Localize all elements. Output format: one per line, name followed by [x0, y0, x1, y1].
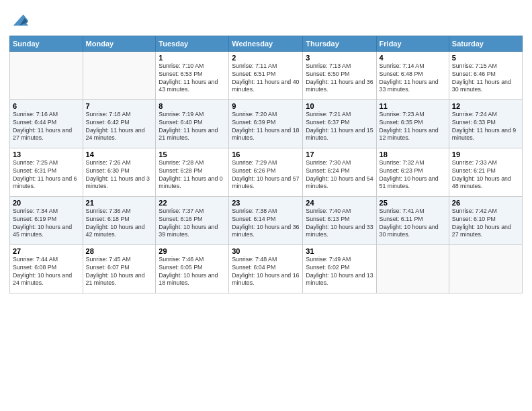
day-info: Sunrise: 7:10 AMSunset: 6:53 PMDaylight:… — [159, 62, 226, 95]
day-info: Sunrise: 7:40 AMSunset: 6:13 PMDaylight:… — [306, 208, 373, 240]
calendar-cell: 24Sunrise: 7:40 AMSunset: 6:13 PMDayligh… — [303, 196, 376, 244]
calendar-cell: 25Sunrise: 7:41 AMSunset: 6:11 PMDayligh… — [376, 196, 449, 244]
day-info: Sunrise: 7:49 AMSunset: 6:02 PMDaylight:… — [306, 256, 373, 288]
day-info: Sunrise: 7:19 AMSunset: 6:40 PMDaylight:… — [159, 111, 226, 143]
week-row-3: 20Sunrise: 7:34 AMSunset: 6:19 PMDayligh… — [10, 196, 523, 244]
day-number: 19 — [452, 150, 519, 158]
calendar-cell — [10, 51, 83, 99]
header-day-monday: Monday — [83, 36, 156, 51]
calendar-cell: 9Sunrise: 7:20 AMSunset: 6:39 PMDaylight… — [229, 99, 303, 148]
header-day-saturday: Saturday — [449, 36, 522, 51]
day-number: 12 — [452, 102, 519, 110]
day-info: Sunrise: 7:34 AMSunset: 6:19 PMDaylight:… — [13, 208, 80, 240]
day-info: Sunrise: 7:42 AMSunset: 6:10 PMDaylight:… — [452, 208, 519, 240]
day-info: Sunrise: 7:16 AMSunset: 6:44 PMDaylight:… — [13, 111, 80, 143]
day-number: 11 — [380, 102, 446, 110]
day-number: 6 — [13, 102, 80, 110]
header-day-thursday: Thursday — [303, 36, 376, 51]
day-number: 26 — [452, 199, 519, 207]
week-row-1: 6Sunrise: 7:16 AMSunset: 6:44 PMDaylight… — [10, 99, 523, 148]
day-number: 20 — [13, 199, 80, 207]
calendar: SundayMondayTuesdayWednesdayThursdayFrid… — [9, 36, 523, 293]
day-number: 5 — [452, 54, 519, 62]
calendar-cell: 7Sunrise: 7:18 AMSunset: 6:42 PMDaylight… — [83, 99, 156, 148]
page: SundayMondayTuesdayWednesdayThursdayFrid… — [0, 0, 532, 300]
calendar-cell: 22Sunrise: 7:37 AMSunset: 6:16 PMDayligh… — [156, 196, 229, 244]
day-info: Sunrise: 7:14 AMSunset: 6:48 PMDaylight:… — [380, 62, 446, 95]
day-info: Sunrise: 7:11 AMSunset: 6:51 PMDaylight:… — [232, 62, 300, 95]
calendar-cell: 16Sunrise: 7:29 AMSunset: 6:26 PMDayligh… — [229, 148, 303, 196]
day-info: Sunrise: 7:32 AMSunset: 6:23 PMDaylight:… — [380, 159, 446, 191]
day-info: Sunrise: 7:48 AMSunset: 6:04 PMDaylight:… — [232, 256, 300, 288]
day-number: 8 — [159, 102, 226, 110]
calendar-cell: 31Sunrise: 7:49 AMSunset: 6:02 PMDayligh… — [303, 244, 376, 293]
header-day-wednesday: Wednesday — [229, 36, 303, 51]
day-number: 14 — [86, 150, 153, 158]
calendar-cell: 23Sunrise: 7:38 AMSunset: 6:14 PMDayligh… — [229, 196, 303, 244]
calendar-cell: 2Sunrise: 7:11 AMSunset: 6:51 PMDaylight… — [229, 51, 303, 99]
header-day-friday: Friday — [376, 36, 449, 51]
logo — [9, 9, 30, 32]
day-info: Sunrise: 7:36 AMSunset: 6:18 PMDaylight:… — [86, 208, 153, 240]
day-info: Sunrise: 7:24 AMSunset: 6:33 PMDaylight:… — [452, 111, 519, 143]
day-number: 30 — [232, 247, 300, 255]
calendar-cell: 13Sunrise: 7:25 AMSunset: 6:31 PMDayligh… — [10, 148, 83, 196]
day-info: Sunrise: 7:46 AMSunset: 6:05 PMDaylight:… — [159, 256, 226, 288]
calendar-cell: 15Sunrise: 7:28 AMSunset: 6:28 PMDayligh… — [156, 148, 229, 196]
logo-icon — [11, 9, 30, 28]
day-number: 27 — [13, 247, 80, 255]
calendar-cell: 6Sunrise: 7:16 AMSunset: 6:44 PMDaylight… — [10, 99, 83, 148]
day-info: Sunrise: 7:28 AMSunset: 6:28 PMDaylight:… — [159, 159, 226, 191]
week-row-0: 1Sunrise: 7:10 AMSunset: 6:53 PMDaylight… — [10, 51, 523, 99]
day-number: 25 — [380, 199, 446, 207]
day-info: Sunrise: 7:23 AMSunset: 6:35 PMDaylight:… — [380, 111, 446, 143]
day-number: 29 — [159, 247, 226, 255]
calendar-cell: 14Sunrise: 7:26 AMSunset: 6:30 PMDayligh… — [83, 148, 156, 196]
header-day-sunday: Sunday — [10, 36, 83, 51]
day-info: Sunrise: 7:44 AMSunset: 6:08 PMDaylight:… — [13, 256, 80, 288]
day-info: Sunrise: 7:20 AMSunset: 6:39 PMDaylight:… — [232, 111, 300, 143]
calendar-cell: 26Sunrise: 7:42 AMSunset: 6:10 PMDayligh… — [449, 196, 522, 244]
calendar-cell: 3Sunrise: 7:13 AMSunset: 6:50 PMDaylight… — [303, 51, 376, 99]
day-number: 4 — [380, 54, 446, 62]
calendar-cell — [449, 244, 522, 293]
day-number: 7 — [86, 102, 153, 110]
calendar-cell: 17Sunrise: 7:30 AMSunset: 6:24 PMDayligh… — [303, 148, 376, 196]
day-number: 23 — [232, 199, 300, 207]
day-info: Sunrise: 7:13 AMSunset: 6:50 PMDaylight:… — [306, 62, 373, 95]
day-number: 22 — [159, 199, 226, 207]
calendar-cell: 28Sunrise: 7:45 AMSunset: 6:07 PMDayligh… — [83, 244, 156, 293]
calendar-cell: 1Sunrise: 7:10 AMSunset: 6:53 PMDaylight… — [156, 51, 229, 99]
day-number: 16 — [232, 150, 300, 158]
day-info: Sunrise: 7:25 AMSunset: 6:31 PMDaylight:… — [13, 159, 80, 191]
day-number: 18 — [380, 150, 446, 158]
day-number: 10 — [306, 102, 373, 110]
calendar-cell: 29Sunrise: 7:46 AMSunset: 6:05 PMDayligh… — [156, 244, 229, 293]
calendar-cell: 4Sunrise: 7:14 AMSunset: 6:48 PMDaylight… — [376, 51, 449, 99]
day-info: Sunrise: 7:41 AMSunset: 6:11 PMDaylight:… — [380, 208, 446, 240]
calendar-cell — [376, 244, 449, 293]
calendar-cell: 12Sunrise: 7:24 AMSunset: 6:33 PMDayligh… — [449, 99, 522, 148]
calendar-cell: 11Sunrise: 7:23 AMSunset: 6:35 PMDayligh… — [376, 99, 449, 148]
day-info: Sunrise: 7:29 AMSunset: 6:26 PMDaylight:… — [232, 159, 300, 191]
day-number: 9 — [232, 102, 300, 110]
header-day-tuesday: Tuesday — [156, 36, 229, 51]
calendar-cell: 5Sunrise: 7:15 AMSunset: 6:46 PMDaylight… — [449, 51, 522, 99]
day-number: 24 — [306, 199, 373, 207]
calendar-cell — [83, 51, 156, 99]
day-number: 31 — [306, 247, 373, 255]
day-number: 17 — [306, 150, 373, 158]
calendar-cell: 27Sunrise: 7:44 AMSunset: 6:08 PMDayligh… — [10, 244, 83, 293]
logo-text — [9, 9, 30, 32]
day-info: Sunrise: 7:18 AMSunset: 6:42 PMDaylight:… — [86, 111, 153, 143]
calendar-cell: 10Sunrise: 7:21 AMSunset: 6:37 PMDayligh… — [303, 99, 376, 148]
day-number: 28 — [86, 247, 153, 255]
day-number: 2 — [232, 54, 300, 62]
day-number: 21 — [86, 199, 153, 207]
day-info: Sunrise: 7:21 AMSunset: 6:37 PMDaylight:… — [306, 111, 373, 143]
week-row-4: 27Sunrise: 7:44 AMSunset: 6:08 PMDayligh… — [10, 244, 523, 293]
day-number: 1 — [159, 54, 226, 62]
calendar-cell: 21Sunrise: 7:36 AMSunset: 6:18 PMDayligh… — [83, 196, 156, 244]
week-row-2: 13Sunrise: 7:25 AMSunset: 6:31 PMDayligh… — [10, 148, 523, 196]
day-number: 13 — [13, 150, 80, 158]
